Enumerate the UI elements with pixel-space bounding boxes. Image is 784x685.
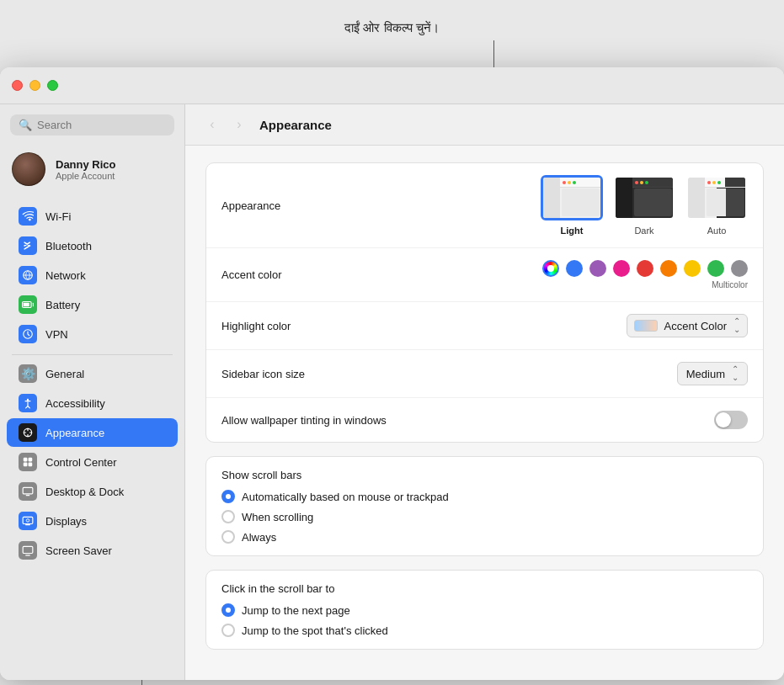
accent-gray[interactable] xyxy=(731,260,748,277)
accessibility-icon xyxy=(19,394,37,412)
scroll-bars-scrolling[interactable]: When scrolling xyxy=(221,510,748,523)
sidebar-item-displays[interactable]: Displays xyxy=(7,507,178,535)
sidebar-label-wifi: Wi-Fi xyxy=(45,210,71,223)
sidebar-item-screen-saver[interactable]: Screen Saver xyxy=(7,536,178,565)
sidebar-item-control-center[interactable]: Control Center xyxy=(7,448,178,476)
sidebar-section-network: Wi-Fi Bluetooth Network xyxy=(0,201,184,349)
appearance-preview-dark xyxy=(613,175,675,220)
accent-colors-wrapper: Multicolor xyxy=(542,260,748,289)
accent-multicolor[interactable] xyxy=(542,260,559,277)
sidebar-item-battery[interactable]: Battery xyxy=(7,290,178,319)
wifi-icon xyxy=(19,207,37,226)
highlight-color-selector[interactable]: Accent Color ⌃⌄ xyxy=(627,314,748,337)
maximize-button[interactable] xyxy=(47,80,58,91)
avatar xyxy=(12,152,45,186)
user-profile[interactable]: Danny Rico Apple Account xyxy=(0,146,184,198)
appearance-icon xyxy=(19,423,37,442)
scroll-bars-always-label: Always xyxy=(242,531,276,544)
sidebar-item-network[interactable]: Network xyxy=(7,261,178,289)
search-box[interactable]: 🔍 xyxy=(10,114,174,135)
traffic-lights xyxy=(12,80,58,91)
accent-orange[interactable] xyxy=(660,260,677,277)
sidebar-label-displays: Displays xyxy=(45,515,87,528)
sidebar-item-vpn[interactable]: VPN xyxy=(7,320,178,348)
content-title: Appearance xyxy=(259,118,332,132)
click-scroll-spot[interactable]: Jump to the spot that's clicked xyxy=(221,624,748,637)
desktop-dock-icon xyxy=(19,482,37,501)
scroll-bars-auto-label: Automatically based on mouse or trackpad xyxy=(242,491,449,503)
accent-red[interactable] xyxy=(637,260,653,277)
click-scroll-section: Click in the scroll bar to Jump to the n… xyxy=(205,570,764,650)
search-input[interactable] xyxy=(37,119,166,131)
back-button[interactable]: ‹ xyxy=(202,114,222,135)
sidebar-icon-size-row: Sidebar icon size Medium ⌃⌄ xyxy=(206,350,763,398)
sidebar-icon-size-selector[interactable]: Medium ⌃⌄ xyxy=(677,362,748,385)
network-icon xyxy=(19,266,37,284)
window-body: 🔍 Danny Rico Apple Account xyxy=(0,104,784,680)
content-body: Appearance xyxy=(185,146,784,680)
appearance-option-auto[interactable]: Auto xyxy=(685,175,748,236)
sidebar-item-bluetooth[interactable]: Bluetooth xyxy=(7,231,178,260)
size-chevron-icon: ⌃⌄ xyxy=(732,365,739,382)
sidebar-label-desktop-dock: Desktop & Dock xyxy=(45,486,124,498)
sidebar-item-wifi[interactable]: Wi-Fi xyxy=(7,202,178,231)
svg-rect-7 xyxy=(24,458,28,462)
sidebar-label-screen-saver: Screen Saver xyxy=(45,544,112,557)
scroll-bars-auto[interactable]: Automatically based on mouse or trackpad xyxy=(221,490,748,503)
accent-pink[interactable] xyxy=(613,260,630,277)
appearance-option-light-label: Light xyxy=(561,226,584,236)
scroll-bars-auto-radio xyxy=(221,490,235,503)
sidebar-icon-size-value: Medium xyxy=(686,368,725,380)
svg-rect-3 xyxy=(24,303,29,307)
highlight-color-row: Highlight color Accent Color ⌃⌄ xyxy=(206,302,763,350)
appearance-preview-auto xyxy=(685,175,748,220)
svg-rect-8 xyxy=(29,458,33,462)
scroll-bars-options: Automatically based on mouse or trackpad… xyxy=(221,490,748,544)
sidebar-item-desktop-dock[interactable]: Desktop & Dock xyxy=(7,477,178,506)
click-scroll-spot-label: Jump to the spot that's clicked xyxy=(242,624,388,637)
sidebar-item-general[interactable]: ⚙️ General xyxy=(7,359,178,388)
svg-rect-15 xyxy=(23,546,33,553)
titlebar xyxy=(0,67,784,104)
forward-button[interactable]: › xyxy=(229,114,249,135)
minimize-button[interactable] xyxy=(29,80,40,91)
appearance-option-auto-label: Auto xyxy=(707,226,727,236)
scroll-bars-section: Show scroll bars Automatically based on … xyxy=(205,456,764,556)
annotation-top: दाईं ओर विकल्प चुनें। xyxy=(344,20,440,35)
annotation-bottom-area: साइडबार में सेटिंग पर क्लिक करें। xyxy=(0,680,784,685)
accent-blue[interactable] xyxy=(566,260,583,277)
accent-purple[interactable] xyxy=(589,260,606,277)
scroll-bars-always-radio xyxy=(221,530,235,544)
appearance-label: Appearance xyxy=(221,199,280,212)
close-button[interactable] xyxy=(12,80,23,91)
svg-point-5 xyxy=(27,399,29,401)
sidebar-item-accessibility[interactable]: Accessibility xyxy=(7,389,178,417)
appearance-preview-light xyxy=(541,175,603,220)
highlight-color-value: Accent Color xyxy=(664,320,727,332)
sidebar-item-appearance[interactable]: Appearance xyxy=(7,418,178,447)
click-scroll-title: Click in the scroll bar to xyxy=(221,582,748,595)
accent-yellow[interactable] xyxy=(684,260,701,277)
sidebar-section-system: ⚙️ General Accessibility Appearance xyxy=(0,358,184,566)
main-window: 🔍 Danny Rico Apple Account xyxy=(0,67,784,680)
click-scroll-next-page[interactable]: Jump to the next page xyxy=(221,603,748,617)
highlight-swatch xyxy=(634,320,658,332)
appearance-option-dark[interactable]: Dark xyxy=(613,175,675,236)
scroll-bars-always[interactable]: Always xyxy=(221,530,748,544)
multicolor-label: Multicolor xyxy=(712,280,748,289)
sidebar-icon-size-label: Sidebar icon size xyxy=(221,368,305,380)
sidebar-label-appearance: Appearance xyxy=(45,427,104,439)
wallpaper-tinting-toggle[interactable] xyxy=(714,411,748,429)
sidebar-label-network: Network xyxy=(45,269,86,282)
accent-green[interactable] xyxy=(707,260,724,277)
search-icon: 🔍 xyxy=(19,119,32,131)
click-scroll-next-page-radio xyxy=(221,603,235,617)
sidebar-label-vpn: VPN xyxy=(45,328,68,341)
sidebar-label-bluetooth: Bluetooth xyxy=(45,240,92,252)
appearance-option-light[interactable]: Light xyxy=(541,175,603,236)
vpn-icon xyxy=(19,325,37,343)
sidebar: 🔍 Danny Rico Apple Account xyxy=(0,104,185,680)
highlight-color-label: Highlight color xyxy=(221,320,291,332)
click-scroll-next-page-label: Jump to the next page xyxy=(242,604,350,617)
accent-colors xyxy=(542,260,748,277)
